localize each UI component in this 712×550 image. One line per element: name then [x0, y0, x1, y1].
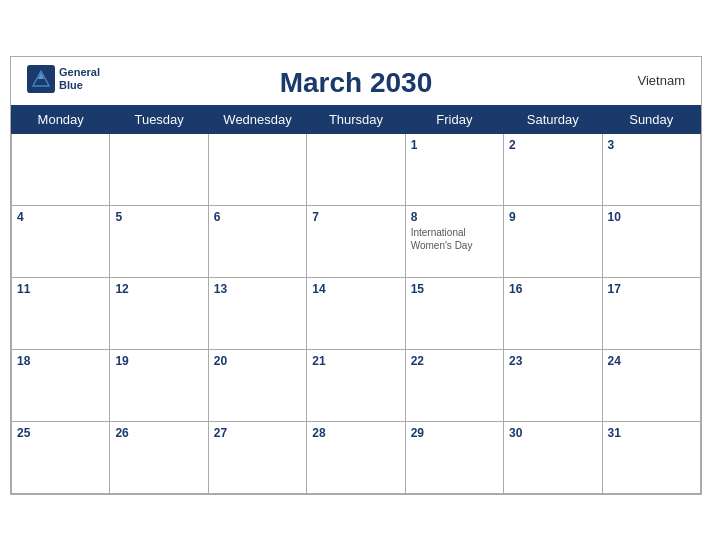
- country-label: Vietnam: [638, 73, 685, 88]
- day-number: 18: [17, 354, 104, 368]
- day-number: 28: [312, 426, 399, 440]
- calendar-day-cell: 14: [307, 277, 405, 349]
- calendar-day-cell: 19: [110, 349, 208, 421]
- day-number: 8: [411, 210, 498, 224]
- calendar-day-cell: 4: [12, 205, 110, 277]
- calendar-day-cell: 21: [307, 349, 405, 421]
- day-number: 13: [214, 282, 301, 296]
- calendar-day-cell: 24: [602, 349, 700, 421]
- calendar: General Blue March 2030 Vietnam MondayTu…: [10, 56, 702, 495]
- logo: General Blue: [27, 65, 100, 93]
- day-of-week-header: Friday: [405, 105, 503, 133]
- day-number: 23: [509, 354, 596, 368]
- day-of-week-header: Tuesday: [110, 105, 208, 133]
- calendar-table: MondayTuesdayWednesdayThursdayFridaySatu…: [11, 105, 701, 494]
- day-number: 3: [608, 138, 695, 152]
- calendar-day-cell: 16: [504, 277, 602, 349]
- day-number: 20: [214, 354, 301, 368]
- calendar-day-cell: 17: [602, 277, 700, 349]
- calendar-header: General Blue March 2030 Vietnam: [11, 57, 701, 105]
- day-number: 15: [411, 282, 498, 296]
- day-number: 9: [509, 210, 596, 224]
- holiday-label: International Women's Day: [411, 226, 498, 252]
- day-number: 22: [411, 354, 498, 368]
- day-of-week-header: Monday: [12, 105, 110, 133]
- day-number: 21: [312, 354, 399, 368]
- day-number: 27: [214, 426, 301, 440]
- day-number: 17: [608, 282, 695, 296]
- calendar-day-cell: [12, 133, 110, 205]
- day-number: 5: [115, 210, 202, 224]
- day-number: 10: [608, 210, 695, 224]
- day-number: 7: [312, 210, 399, 224]
- calendar-day-cell: 12: [110, 277, 208, 349]
- calendar-week-row: 11121314151617: [12, 277, 701, 349]
- day-of-week-header: Thursday: [307, 105, 405, 133]
- calendar-week-row: 18192021222324: [12, 349, 701, 421]
- calendar-day-cell: 23: [504, 349, 602, 421]
- day-number: 31: [608, 426, 695, 440]
- day-number: 12: [115, 282, 202, 296]
- calendar-day-cell: 27: [208, 421, 306, 493]
- calendar-day-cell: 5: [110, 205, 208, 277]
- calendar-day-cell: 9: [504, 205, 602, 277]
- calendar-day-cell: 31: [602, 421, 700, 493]
- calendar-day-cell: [307, 133, 405, 205]
- calendar-week-row: 45678International Women's Day910: [12, 205, 701, 277]
- day-number: 26: [115, 426, 202, 440]
- day-number: 25: [17, 426, 104, 440]
- calendar-day-cell: 26: [110, 421, 208, 493]
- day-of-week-header: Wednesday: [208, 105, 306, 133]
- calendar-week-row: 25262728293031: [12, 421, 701, 493]
- day-number: 24: [608, 354, 695, 368]
- calendar-day-cell: 6: [208, 205, 306, 277]
- day-number: 30: [509, 426, 596, 440]
- day-number: 19: [115, 354, 202, 368]
- day-number: 29: [411, 426, 498, 440]
- calendar-day-cell: 3: [602, 133, 700, 205]
- day-number: 2: [509, 138, 596, 152]
- day-number: 14: [312, 282, 399, 296]
- calendar-day-cell: 30: [504, 421, 602, 493]
- calendar-day-cell: [208, 133, 306, 205]
- calendar-day-cell: 22: [405, 349, 503, 421]
- logo-text: General Blue: [59, 66, 100, 90]
- calendar-day-cell: 1: [405, 133, 503, 205]
- calendar-day-cell: [110, 133, 208, 205]
- day-number: 1: [411, 138, 498, 152]
- logo-icon: [27, 65, 55, 93]
- day-number: 6: [214, 210, 301, 224]
- calendar-day-cell: 13: [208, 277, 306, 349]
- calendar-day-cell: 28: [307, 421, 405, 493]
- calendar-day-cell: 29: [405, 421, 503, 493]
- day-number: 11: [17, 282, 104, 296]
- month-title: March 2030: [280, 67, 433, 99]
- calendar-day-cell: 10: [602, 205, 700, 277]
- day-number: 16: [509, 282, 596, 296]
- calendar-day-cell: 18: [12, 349, 110, 421]
- calendar-day-cell: 15: [405, 277, 503, 349]
- day-of-week-header: Sunday: [602, 105, 700, 133]
- calendar-week-row: 123: [12, 133, 701, 205]
- calendar-day-cell: 25: [12, 421, 110, 493]
- calendar-day-cell: 11: [12, 277, 110, 349]
- calendar-day-cell: 2: [504, 133, 602, 205]
- day-of-week-header: Saturday: [504, 105, 602, 133]
- day-number: 4: [17, 210, 104, 224]
- calendar-day-cell: 8International Women's Day: [405, 205, 503, 277]
- calendar-day-cell: 7: [307, 205, 405, 277]
- calendar-day-cell: 20: [208, 349, 306, 421]
